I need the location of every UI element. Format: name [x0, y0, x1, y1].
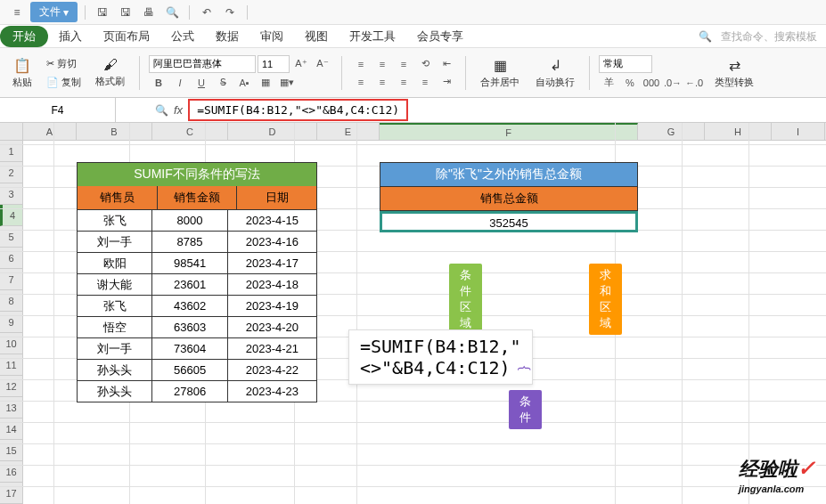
- paste-button[interactable]: 📋粘贴: [7, 55, 37, 91]
- table-row: 孙头头278062023-4-23: [78, 380, 316, 402]
- table-row: 悟空636032023-4-20: [78, 316, 316, 337]
- currency-icon[interactable]: 羊: [599, 75, 618, 91]
- align-top-icon[interactable]: ≡: [351, 56, 371, 72]
- border-icon[interactable]: ▦▾: [277, 75, 297, 91]
- cell-reference-input[interactable]: [7, 104, 108, 117]
- bold-icon[interactable]: B: [149, 75, 168, 91]
- result-box: 除"张飞"之外的销售总金额 销售总金额 352545: [380, 162, 638, 232]
- tab-start[interactable]: 开始: [0, 26, 48, 47]
- italic-icon[interactable]: I: [170, 75, 190, 91]
- table-row: 刘一手87852023-4-16: [78, 231, 316, 252]
- tab-data[interactable]: 数据: [205, 25, 249, 48]
- comma-icon[interactable]: 000: [642, 75, 661, 91]
- watermark: 经验啦✓ jingyanla.com: [739, 456, 815, 495]
- align-bottom-icon[interactable]: ≡: [394, 56, 413, 72]
- formula-display: =SUMIF(B4:B12,"<>"&B4,C4:C12): [348, 329, 533, 385]
- th-salesperson: 销售员: [78, 186, 158, 209]
- checkmark-icon: ✓: [797, 456, 815, 480]
- file-menu[interactable]: 文件▾: [30, 2, 78, 22]
- save-as-icon[interactable]: 🖫: [116, 3, 135, 22]
- result-label: 销售总金额: [380, 187, 638, 211]
- tab-member[interactable]: 会员专享: [406, 25, 474, 48]
- th-date: 日期: [237, 186, 316, 209]
- merge-button[interactable]: ▦合并居中: [475, 55, 525, 91]
- formula-input[interactable]: =SUMIF(B4:B12,"<>"&B4,C4:C12): [188, 99, 408, 121]
- brace-icon: ⏞: [518, 363, 530, 388]
- formula-bar: 🔍 fx =SUMIF(B4:B12,"<>"&B4,C4:C12): [0, 98, 826, 123]
- result-value[interactable]: 352545: [380, 211, 638, 232]
- percent-icon[interactable]: %: [620, 75, 640, 91]
- undo-icon[interactable]: ↶: [197, 3, 217, 22]
- worksheet: A B C D E F G H I 1 2 3 4 5 6 7 8 9 10 1…: [0, 123, 826, 504]
- table-row: 欧阳985412023-4-17: [78, 252, 316, 273]
- wrap-button[interactable]: ↲自动换行: [530, 55, 580, 91]
- decrease-decimal-icon[interactable]: ←.0: [684, 75, 704, 91]
- app-icon: ≡: [7, 3, 27, 22]
- tab-view[interactable]: 视图: [294, 25, 339, 48]
- font-color-icon[interactable]: A▪: [234, 75, 254, 91]
- align-right-icon[interactable]: ≡: [394, 74, 413, 90]
- search-icon: 🔍: [699, 30, 712, 43]
- table-row: 张飞436022023-4-19: [78, 295, 316, 316]
- font-name-select[interactable]: [149, 55, 256, 73]
- orientation-icon[interactable]: ⟲: [415, 56, 435, 72]
- indent-right-icon[interactable]: ⇥: [437, 74, 456, 90]
- copy-button[interactable]: 📄 复制: [43, 74, 85, 91]
- data-table: SUMIF不同条件的写法 销售员 销售金额 日期 张飞80002023-4-15…: [77, 162, 317, 402]
- print-preview-icon[interactable]: 🔍: [162, 3, 182, 22]
- th-amount: 销售金额: [158, 186, 238, 209]
- fx-label[interactable]: fx: [174, 103, 183, 117]
- tab-formula[interactable]: 公式: [160, 25, 205, 48]
- search-hint[interactable]: 查找命令、搜索模板: [721, 29, 817, 45]
- type-convert-button[interactable]: ⇄类型转换: [709, 55, 759, 91]
- search-fx-icon[interactable]: 🔍: [155, 104, 168, 117]
- save-icon[interactable]: 🖫: [93, 3, 112, 22]
- align-left-icon[interactable]: ≡: [351, 74, 371, 90]
- decrease-font-icon[interactable]: A⁻: [313, 56, 332, 72]
- number-format-select[interactable]: [599, 55, 652, 73]
- table-row: 刘一手736042023-4-21: [78, 337, 316, 359]
- tab-layout[interactable]: 页面布局: [93, 25, 160, 48]
- ribbon-tabs: 开始 插入 页面布局 公式 数据 审阅 视图 开发工具 会员专享 🔍 查找命令、…: [0, 25, 826, 48]
- brace-icon: ⏟: [464, 290, 477, 315]
- print-icon[interactable]: 🖶: [139, 3, 159, 22]
- format-painter-button[interactable]: 🖌格式刷: [90, 55, 130, 90]
- redo-icon[interactable]: ↷: [220, 3, 240, 22]
- ribbon: 📋粘贴 ✂ 剪切 📄 复制 🖌格式刷 A⁺ A⁻ B I U S̶ A▪ ▦ ▦…: [0, 48, 826, 98]
- fill-color-icon[interactable]: ▦: [256, 75, 275, 91]
- align-middle-icon[interactable]: ≡: [372, 56, 392, 72]
- underline-icon[interactable]: U: [192, 75, 211, 91]
- table-row: 张飞80002023-4-15: [78, 209, 316, 231]
- tab-review[interactable]: 审阅: [249, 25, 294, 48]
- font-size-select[interactable]: [258, 55, 290, 73]
- name-box[interactable]: [0, 98, 116, 122]
- quick-access-toolbar: ≡ 文件▾ 🖫 🖫 🖶 🔍 ↶ ↷: [0, 0, 826, 25]
- justify-icon[interactable]: ≡: [415, 74, 435, 90]
- table-row: 孙头头566052023-4-22: [78, 359, 316, 380]
- tab-dev[interactable]: 开发工具: [339, 25, 406, 48]
- indent-left-icon[interactable]: ⇤: [437, 56, 456, 72]
- align-center-icon[interactable]: ≡: [372, 74, 392, 90]
- cut-button[interactable]: ✂ 剪切: [43, 55, 85, 72]
- increase-font-icon[interactable]: A⁺: [291, 56, 311, 72]
- tab-insert[interactable]: 插入: [48, 25, 93, 48]
- table-row: 谢大能236012023-4-18: [78, 273, 316, 295]
- increase-decimal-icon[interactable]: .0→: [663, 75, 683, 91]
- table-title: SUMIF不同条件的写法: [78, 163, 316, 186]
- annotation-criteria: 条件: [509, 390, 542, 429]
- result-title: 除"张飞"之外的销售总金额: [380, 162, 638, 187]
- strike-icon[interactable]: S̶: [213, 75, 233, 91]
- brace-icon: ⏟: [607, 290, 619, 315]
